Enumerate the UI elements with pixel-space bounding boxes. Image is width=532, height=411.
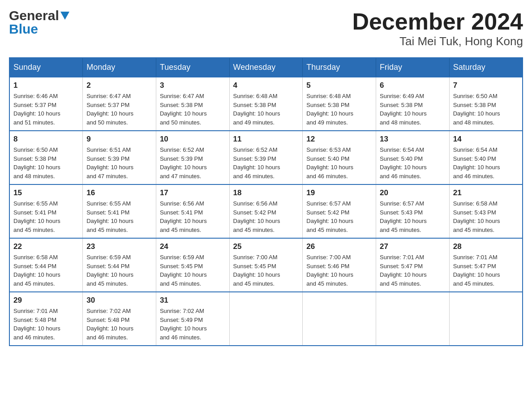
day-info: Sunrise: 7:01 AM Sunset: 5:47 PM Dayligh… bbox=[380, 253, 446, 288]
day-number: 18 bbox=[233, 188, 299, 197]
day-info: Sunrise: 6:53 AM Sunset: 5:40 PM Dayligh… bbox=[306, 146, 372, 180]
calendar-day-cell: 20 Sunrise: 6:57 AM Sunset: 5:43 PM Dayl… bbox=[376, 184, 450, 238]
day-of-week-header: Tuesday bbox=[156, 58, 229, 77]
day-info: Sunrise: 6:52 AM Sunset: 5:39 PM Dayligh… bbox=[160, 146, 226, 180]
day-info: Sunrise: 6:46 AM Sunset: 5:37 PM Dayligh… bbox=[13, 92, 79, 127]
day-number: 30 bbox=[86, 296, 152, 305]
day-info: Sunrise: 6:56 AM Sunset: 5:41 PM Dayligh… bbox=[160, 199, 226, 234]
calendar-day-cell: 3 Sunrise: 6:47 AM Sunset: 5:38 PM Dayli… bbox=[156, 77, 229, 131]
day-number: 3 bbox=[160, 81, 226, 90]
svg-marker-0 bbox=[60, 12, 69, 20]
day-info: Sunrise: 6:57 AM Sunset: 5:42 PM Dayligh… bbox=[306, 199, 372, 234]
day-info: Sunrise: 6:55 AM Sunset: 5:41 PM Dayligh… bbox=[86, 199, 152, 234]
location-title: Tai Mei Tuk, Hong Kong bbox=[352, 34, 523, 48]
calendar-day-cell bbox=[303, 292, 376, 346]
calendar-day-cell: 13 Sunrise: 6:54 AM Sunset: 5:40 PM Dayl… bbox=[376, 131, 450, 184]
day-info: Sunrise: 6:48 AM Sunset: 5:38 PM Dayligh… bbox=[306, 92, 372, 127]
logo: General Blue bbox=[9, 9, 69, 36]
calendar-day-cell: 28 Sunrise: 7:01 AM Sunset: 5:47 PM Dayl… bbox=[449, 238, 523, 292]
day-info: Sunrise: 6:50 AM Sunset: 5:38 PM Dayligh… bbox=[453, 92, 519, 127]
day-info: Sunrise: 6:52 AM Sunset: 5:39 PM Dayligh… bbox=[233, 146, 299, 180]
day-number: 21 bbox=[453, 188, 519, 197]
day-info: Sunrise: 6:48 AM Sunset: 5:38 PM Dayligh… bbox=[233, 92, 299, 127]
calendar-header-row: SundayMondayTuesdayWednesdayThursdayFrid… bbox=[9, 58, 523, 77]
calendar-day-cell: 25 Sunrise: 7:00 AM Sunset: 5:45 PM Dayl… bbox=[229, 238, 303, 292]
day-of-week-header: Monday bbox=[83, 58, 156, 77]
calendar-day-cell: 14 Sunrise: 6:54 AM Sunset: 5:40 PM Dayl… bbox=[449, 131, 523, 184]
day-info: Sunrise: 6:59 AM Sunset: 5:45 PM Dayligh… bbox=[160, 253, 226, 288]
logo-general-text: General bbox=[9, 9, 59, 22]
day-number: 23 bbox=[86, 242, 152, 251]
day-number: 4 bbox=[233, 81, 299, 90]
day-number: 16 bbox=[86, 188, 152, 197]
day-number: 17 bbox=[160, 188, 226, 197]
day-number: 19 bbox=[306, 188, 372, 197]
calendar-day-cell: 30 Sunrise: 7:02 AM Sunset: 5:48 PM Dayl… bbox=[83, 292, 156, 346]
calendar-day-cell: 6 Sunrise: 6:49 AM Sunset: 5:38 PM Dayli… bbox=[376, 77, 450, 131]
calendar-day-cell: 11 Sunrise: 6:52 AM Sunset: 5:39 PM Dayl… bbox=[229, 131, 303, 184]
page-header: General Blue December 2024 Tai Mei Tuk, … bbox=[9, 9, 523, 48]
day-number: 26 bbox=[306, 242, 372, 251]
day-info: Sunrise: 6:59 AM Sunset: 5:44 PM Dayligh… bbox=[86, 253, 152, 288]
calendar-day-cell bbox=[376, 292, 450, 346]
day-info: Sunrise: 7:01 AM Sunset: 5:48 PM Dayligh… bbox=[13, 307, 79, 342]
day-info: Sunrise: 7:00 AM Sunset: 5:46 PM Dayligh… bbox=[306, 253, 372, 288]
day-number: 29 bbox=[13, 296, 79, 305]
day-info: Sunrise: 7:00 AM Sunset: 5:45 PM Dayligh… bbox=[233, 253, 299, 288]
day-number: 7 bbox=[453, 81, 519, 90]
day-number: 15 bbox=[13, 188, 79, 197]
day-number: 20 bbox=[380, 188, 446, 197]
day-number: 11 bbox=[233, 135, 299, 144]
calendar-day-cell: 2 Sunrise: 6:47 AM Sunset: 5:37 PM Dayli… bbox=[83, 77, 156, 131]
day-number: 14 bbox=[453, 135, 519, 144]
calendar-day-cell: 31 Sunrise: 7:02 AM Sunset: 5:49 PM Dayl… bbox=[156, 292, 229, 346]
calendar-day-cell: 16 Sunrise: 6:55 AM Sunset: 5:41 PM Dayl… bbox=[83, 184, 156, 238]
day-info: Sunrise: 6:58 AM Sunset: 5:43 PM Dayligh… bbox=[453, 199, 519, 234]
day-info: Sunrise: 6:57 AM Sunset: 5:43 PM Dayligh… bbox=[380, 199, 446, 234]
month-title: December 2024 bbox=[352, 9, 523, 34]
day-number: 28 bbox=[453, 242, 519, 251]
day-info: Sunrise: 6:58 AM Sunset: 5:44 PM Dayligh… bbox=[13, 253, 79, 288]
calendar-week-row: 8 Sunrise: 6:50 AM Sunset: 5:38 PM Dayli… bbox=[9, 131, 523, 184]
calendar-day-cell: 7 Sunrise: 6:50 AM Sunset: 5:38 PM Dayli… bbox=[449, 77, 523, 131]
calendar-day-cell: 5 Sunrise: 6:48 AM Sunset: 5:38 PM Dayli… bbox=[303, 77, 376, 131]
calendar-day-cell bbox=[229, 292, 303, 346]
calendar-day-cell: 27 Sunrise: 7:01 AM Sunset: 5:47 PM Dayl… bbox=[376, 238, 450, 292]
day-number: 8 bbox=[13, 135, 79, 144]
day-info: Sunrise: 6:54 AM Sunset: 5:40 PM Dayligh… bbox=[453, 146, 519, 180]
calendar-week-row: 1 Sunrise: 6:46 AM Sunset: 5:37 PM Dayli… bbox=[9, 77, 523, 131]
day-number: 1 bbox=[13, 81, 79, 90]
day-number: 12 bbox=[306, 135, 372, 144]
calendar-day-cell: 24 Sunrise: 6:59 AM Sunset: 5:45 PM Dayl… bbox=[156, 238, 229, 292]
day-info: Sunrise: 7:02 AM Sunset: 5:49 PM Dayligh… bbox=[160, 307, 226, 342]
day-number: 9 bbox=[86, 135, 152, 144]
day-number: 6 bbox=[380, 81, 446, 90]
day-of-week-header: Sunday bbox=[9, 58, 83, 77]
day-number: 5 bbox=[306, 81, 372, 90]
calendar-day-cell: 17 Sunrise: 6:56 AM Sunset: 5:41 PM Dayl… bbox=[156, 184, 229, 238]
calendar-day-cell: 4 Sunrise: 6:48 AM Sunset: 5:38 PM Dayli… bbox=[229, 77, 303, 131]
calendar-table: SundayMondayTuesdayWednesdayThursdayFrid… bbox=[9, 57, 523, 346]
calendar-day-cell: 9 Sunrise: 6:51 AM Sunset: 5:39 PM Dayli… bbox=[83, 131, 156, 184]
day-info: Sunrise: 7:01 AM Sunset: 5:47 PM Dayligh… bbox=[453, 253, 519, 288]
day-number: 31 bbox=[160, 296, 226, 305]
day-number: 2 bbox=[86, 81, 152, 90]
calendar-day-cell: 15 Sunrise: 6:55 AM Sunset: 5:41 PM Dayl… bbox=[9, 184, 83, 238]
day-info: Sunrise: 6:47 AM Sunset: 5:38 PM Dayligh… bbox=[160, 92, 226, 127]
day-number: 27 bbox=[380, 242, 446, 251]
calendar-day-cell: 23 Sunrise: 6:59 AM Sunset: 5:44 PM Dayl… bbox=[83, 238, 156, 292]
day-number: 13 bbox=[380, 135, 446, 144]
calendar-day-cell: 18 Sunrise: 6:56 AM Sunset: 5:42 PM Dayl… bbox=[229, 184, 303, 238]
calendar-day-cell: 22 Sunrise: 6:58 AM Sunset: 5:44 PM Dayl… bbox=[9, 238, 83, 292]
day-info: Sunrise: 6:55 AM Sunset: 5:41 PM Dayligh… bbox=[13, 199, 79, 234]
day-info: Sunrise: 6:47 AM Sunset: 5:37 PM Dayligh… bbox=[86, 92, 152, 127]
day-info: Sunrise: 6:56 AM Sunset: 5:42 PM Dayligh… bbox=[233, 199, 299, 234]
title-section: December 2024 Tai Mei Tuk, Hong Kong bbox=[352, 9, 523, 48]
day-of-week-header: Saturday bbox=[449, 58, 523, 77]
calendar-day-cell bbox=[449, 292, 523, 346]
logo-blue-text: Blue bbox=[9, 21, 38, 36]
day-info: Sunrise: 6:49 AM Sunset: 5:38 PM Dayligh… bbox=[380, 92, 446, 127]
day-number: 10 bbox=[160, 135, 226, 144]
calendar-week-row: 29 Sunrise: 7:01 AM Sunset: 5:48 PM Dayl… bbox=[9, 292, 523, 346]
logo-arrow-icon bbox=[60, 12, 69, 21]
